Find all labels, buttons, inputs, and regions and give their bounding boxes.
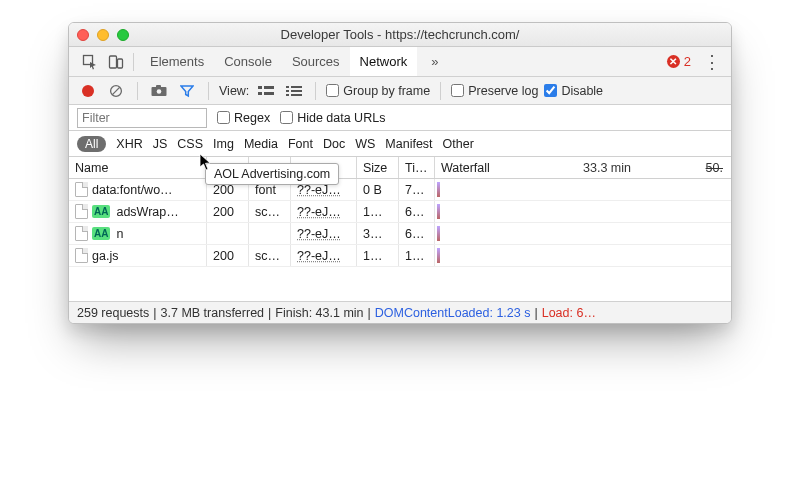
file-icon: [75, 204, 88, 219]
svg-rect-15: [291, 90, 302, 92]
table-row[interactable]: data:font/wo… 200 font ??-eJ… 0 B 7…: [69, 179, 731, 201]
cell-size: 1…: [357, 201, 399, 222]
type-img[interactable]: Img: [213, 137, 234, 151]
hide-data-urls-checkbox[interactable]: Hide data URLs: [280, 111, 385, 125]
hide-data-urls-label: Hide data URLs: [297, 111, 385, 125]
cell-type: sc…: [249, 245, 291, 266]
svg-rect-9: [264, 86, 274, 89]
network-table-body: data:font/wo… 200 font ??-eJ… 0 B 7… AA …: [69, 179, 731, 301]
filter-toggle-icon[interactable]: [176, 80, 198, 102]
window-minimize-button[interactable]: [97, 29, 109, 41]
error-count[interactable]: ✕ 2: [667, 54, 691, 69]
disable-cache-input[interactable]: [544, 84, 557, 97]
tab-elements[interactable]: Elements: [140, 47, 214, 76]
status-load: Load: 6…: [542, 306, 596, 320]
window-zoom-button[interactable]: [117, 29, 129, 41]
traffic-lights: [77, 29, 129, 41]
type-all[interactable]: All: [77, 136, 106, 152]
table-row[interactable]: AA adsWrap… 200 sc… ??-eJ… 1… 6…: [69, 201, 731, 223]
cell-waterfall: [435, 223, 731, 244]
resource-name: adsWrap…: [116, 205, 178, 219]
cell-waterfall: [435, 245, 731, 266]
tabs-overflow-icon[interactable]: »: [421, 47, 448, 76]
group-by-frame-checkbox[interactable]: Group by frame: [326, 84, 430, 98]
separator: [208, 82, 209, 100]
type-css[interactable]: CSS: [177, 137, 203, 151]
svg-rect-12: [286, 86, 289, 88]
filter-input[interactable]: [77, 108, 207, 128]
cell-type: [249, 223, 291, 244]
type-manifest[interactable]: Manifest: [385, 137, 432, 151]
file-icon: [75, 248, 88, 263]
waterfall-bar: [437, 226, 440, 241]
svg-line-4: [112, 87, 119, 94]
waterfall-bar: [437, 248, 440, 263]
status-sep: |: [368, 306, 371, 320]
separator: [137, 82, 138, 100]
cell-waterfall: [435, 201, 731, 222]
hide-data-urls-input[interactable]: [280, 111, 293, 124]
file-icon: [75, 182, 88, 197]
type-other[interactable]: Other: [443, 137, 474, 151]
type-ws[interactable]: WS: [355, 137, 375, 151]
device-toolbar-icon[interactable]: [103, 49, 129, 75]
record-button[interactable]: [77, 80, 99, 102]
cell-waterfall: [435, 179, 731, 200]
disable-cache-checkbox[interactable]: Disable: [544, 84, 603, 98]
svg-rect-2: [118, 59, 123, 68]
cell-initiator: ??-eJ…: [291, 223, 357, 244]
panel-tabs: Elements Console Sources Network »: [140, 47, 449, 76]
window-title: Developer Tools - https://techcrunch.com…: [69, 27, 731, 42]
initiator-link[interactable]: ??-eJ…: [297, 249, 341, 263]
view-large-icon[interactable]: [255, 80, 277, 102]
cell-status: 200: [207, 245, 249, 266]
regex-checkbox[interactable]: Regex: [217, 111, 270, 125]
separator: [315, 82, 316, 100]
table-row[interactable]: ga.js 200 sc… ??-eJ… 1… 1…: [69, 245, 731, 267]
col-time[interactable]: Ti…: [399, 157, 435, 178]
inspect-element-icon[interactable]: [77, 49, 103, 75]
capture-screenshots-icon[interactable]: [148, 80, 170, 102]
table-row[interactable]: AA n ??-eJ… 3… 6…: [69, 223, 731, 245]
view-small-icon[interactable]: [283, 80, 305, 102]
window-close-button[interactable]: [77, 29, 89, 41]
col-waterfall[interactable]: Waterfall 33.3 min 50.: [435, 157, 731, 178]
clear-button[interactable]: [105, 80, 127, 102]
devtools-window: Developer Tools - https://techcrunch.com…: [68, 22, 732, 324]
type-xhr[interactable]: XHR: [116, 137, 142, 151]
cell-initiator: ??-eJ…: [291, 245, 357, 266]
initiator-link[interactable]: ??-eJ…: [297, 227, 341, 241]
status-requests: 259 requests: [77, 306, 149, 320]
svg-point-7: [157, 89, 162, 94]
preserve-log-input[interactable]: [451, 84, 464, 97]
titlebar: Developer Tools - https://techcrunch.com…: [69, 23, 731, 47]
regex-input[interactable]: [217, 111, 230, 124]
type-doc[interactable]: Doc: [323, 137, 345, 151]
tab-sources[interactable]: Sources: [282, 47, 350, 76]
svg-rect-14: [286, 90, 289, 92]
waterfall-bar: [437, 182, 440, 197]
initiator-link[interactable]: ??-eJ…: [297, 205, 341, 219]
cell-time: 6…: [399, 223, 435, 244]
cell-status: [207, 223, 249, 244]
waterfall-scale-1: 33.3 min: [583, 157, 631, 178]
tab-console[interactable]: Console: [214, 47, 282, 76]
tracker-badge: AA: [92, 227, 110, 240]
svg-rect-8: [258, 86, 262, 89]
type-js[interactable]: JS: [153, 137, 168, 151]
status-sep: |: [153, 306, 156, 320]
col-name[interactable]: Name: [69, 157, 207, 178]
tab-network[interactable]: Network: [350, 47, 418, 76]
col-size[interactable]: Size: [357, 157, 399, 178]
preserve-log-checkbox[interactable]: Preserve log: [451, 84, 538, 98]
cell-initiator: ??-eJ…: [291, 201, 357, 222]
type-media[interactable]: Media: [244, 137, 278, 151]
type-font[interactable]: Font: [288, 137, 313, 151]
cell-size: 1…: [357, 245, 399, 266]
view-label: View:: [219, 84, 249, 98]
group-by-frame-input[interactable]: [326, 84, 339, 97]
tracker-tooltip: AOL Advertising.com: [205, 163, 339, 185]
cell-status: 200: [207, 201, 249, 222]
regex-label: Regex: [234, 111, 270, 125]
settings-menu-icon[interactable]: ⋮: [699, 51, 725, 73]
